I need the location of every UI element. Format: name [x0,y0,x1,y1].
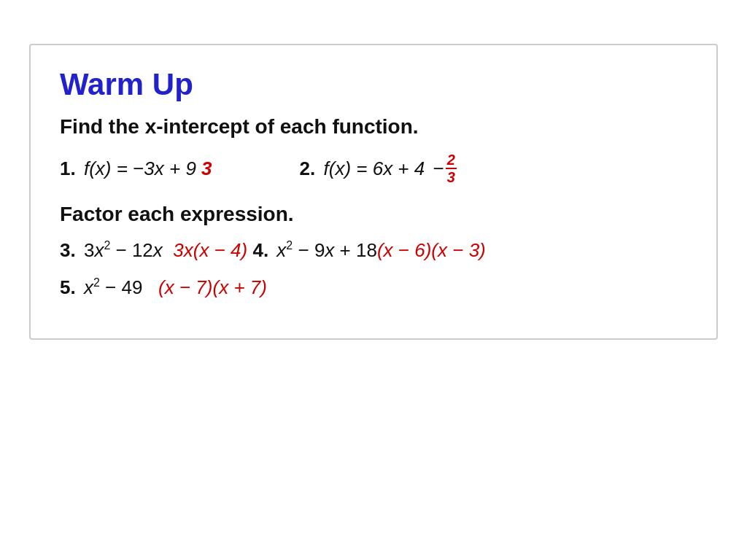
problem-4-number: 4. [252,239,268,262]
fraction-denominator: 3 [446,169,457,185]
problem-3-expression: 3x2 − 12x [79,239,168,262]
problem-4-answer: (x − 6)(x − 3) [377,239,486,262]
problem-1-expression: f(x) = −3x + 9 [79,158,201,180]
problem-2-minus: − [433,158,444,180]
warm-up-card: Warm Up Find the x-intercept of each fun… [29,44,718,340]
problem-5-expression: x2 − 49 [79,276,153,299]
problem-5-number: 5. [60,276,76,299]
section1-instruction: Find the x-intercept of each function. [60,115,687,139]
problem-3-answer: 3x(x − 4) [168,239,252,262]
problem-2-number: 2. [300,158,316,180]
problems-row-1: 1. f(x) = −3x + 9 3 2. f(x) = 6x + 4 − 2… [60,152,687,185]
problem-1-answer: 3 [201,158,212,180]
problems-row-3: 5. x2 − 49 (x − 7)(x + 7) [60,276,687,299]
problem-5-answer: (x − 7)(x + 7) [153,276,267,299]
warm-up-title: Warm Up [60,67,687,102]
fraction-numerator: 2 [446,152,457,169]
problems-row-2: 3. 3x2 − 12x 3x(x − 4) 4. x2 − 9x + 18 (… [60,239,687,262]
problem-1-number: 1. [60,158,76,180]
problem-2-fraction: 2 3 [446,152,457,185]
problem-4-expression: x2 − 9x + 18 [271,239,377,262]
section2-instruction: Factor each expression. [60,203,687,226]
problem-3-number: 3. [60,239,76,262]
problem-2-expression: f(x) = 6x + 4 [318,158,430,180]
